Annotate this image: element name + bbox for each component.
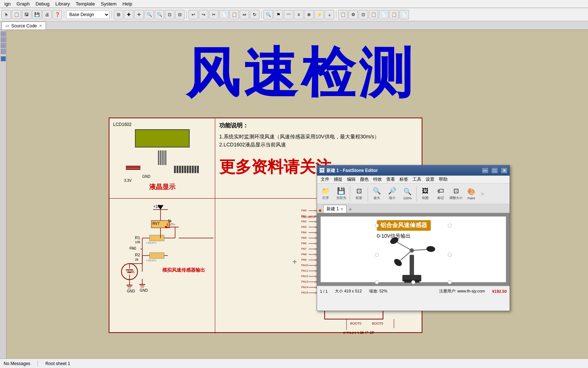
sidebar-tool-1[interactable]: ↑	[1, 31, 6, 37]
fs-tab-new1[interactable]: 新建 1 ✕	[323, 205, 347, 213]
svg-point-167	[448, 253, 452, 257]
fs-menu-view[interactable]: 查看	[384, 176, 397, 183]
toolbar-extra-1[interactable]: 📋	[338, 10, 348, 19]
fs-statusbar: 1 / 1 大小 419 x 512 缩放: 52% 注册用户: www.th-…	[317, 286, 510, 296]
toolbar-net[interactable]: ⊕	[304, 10, 314, 19]
toolbar-grid[interactable]: ⊞	[114, 10, 123, 19]
fs-btn-draw[interactable]: 🖼 绘图	[418, 185, 433, 203]
fs-image-canvas[interactable]: 铝合金风速传感器 0-10V信号输出	[317, 213, 510, 286]
fs-page-info: 1 / 1	[320, 289, 328, 294]
sensor-svg	[373, 222, 453, 284]
status-sheet: Root sheet 1	[45, 361, 70, 366]
sidebar-tool-4[interactable]: ←	[1, 49, 6, 54]
fs-zoomout-icon: 🔎	[388, 187, 396, 195]
fs-btn-tag[interactable]: 🏷 标记	[433, 185, 448, 203]
fs-btn-resize[interactable]: ⊡ 调整大小	[449, 185, 463, 203]
fs-btn-zoomin[interactable]: 🔍 放大	[370, 185, 384, 203]
fs-resize-label: 调整大小	[449, 196, 463, 200]
toolbar-redo[interactable]: ↪	[199, 10, 208, 19]
svg-rect-153	[410, 255, 414, 277]
toolbar-paste[interactable]: 📋	[229, 10, 239, 19]
fs-close-btn[interactable]: ✕	[501, 168, 507, 173]
lcd-3v3-label: 3.3V	[124, 179, 211, 183]
fs-size-info: 大小 419 x 512	[335, 288, 361, 294]
toolbar-extra-2[interactable]: ⚙	[348, 10, 358, 19]
fs-btn-zoomout[interactable]: 🔎 缩小	[385, 185, 399, 203]
menu-system[interactable]: System	[98, 0, 119, 7]
fs-btn-open[interactable]: 📁 打开	[318, 185, 333, 203]
fs-btn-paint[interactable]: 🎨 Paint	[464, 185, 479, 203]
toolbar-flag[interactable]: ⚑	[274, 10, 283, 19]
svg-text:R1: R1	[135, 235, 140, 240]
fs-user-info: 注册用户: www.th-sjy.com	[439, 288, 485, 294]
sidebar-tool-2[interactable]: →	[1, 37, 6, 42]
fs-tab-close-btn[interactable]: ✕	[340, 207, 343, 211]
fs-btn-zoom100[interactable]: 🔍 100%	[400, 185, 415, 203]
fs-tb-sep-2	[368, 187, 368, 201]
fs-maximize-btn[interactable]: □	[491, 168, 498, 173]
fs-btn-rect[interactable]: ⊡ 矩形	[352, 185, 366, 203]
fs-zoomin-icon: 🔍	[373, 187, 381, 195]
toolbar-rotate[interactable]: ↻	[250, 10, 259, 19]
toolbar-extra-4[interactable]: 📋	[369, 10, 378, 19]
menu-library[interactable]: Library	[53, 0, 73, 7]
svg-point-160	[426, 246, 435, 252]
toolbar-btn-3[interactable]: 🖫	[22, 10, 31, 19]
toolbar-zoom-m[interactable]: 🔍	[263, 10, 273, 19]
toolbar-bus[interactable]: ≡	[294, 10, 303, 19]
tab-close-btn[interactable]: ✕	[39, 24, 42, 28]
toolbar-cut[interactable]: ✂	[209, 10, 218, 19]
toolbar-btn-1[interactable]: 🖱	[1, 10, 11, 19]
fs-menu-edit[interactable]: 编辑	[345, 176, 358, 183]
menu-ign[interactable]: ign	[1, 0, 13, 7]
menu-graph[interactable]: Graph	[13, 0, 32, 7]
fs-menu-tools[interactable]: 工具	[410, 176, 423, 183]
fs-menu-help[interactable]: 帮助	[437, 176, 450, 183]
toolbar-copy[interactable]: 📄	[219, 10, 229, 19]
fs-menu-settings[interactable]: 设置	[423, 176, 437, 183]
toolbar-power[interactable]: ⚡	[314, 10, 324, 19]
fs-menu-tags[interactable]: 标签	[397, 176, 410, 183]
svg-point-169	[411, 280, 415, 284]
fs-btn-saveas[interactable]: 💾 另存为	[334, 185, 348, 203]
fs-minimize-btn[interactable]: —	[482, 168, 488, 173]
toolbar-wire[interactable]: 〰	[284, 10, 293, 19]
fs-menu-file[interactable]: 文件	[318, 176, 332, 183]
svg-text:GND: GND	[140, 288, 148, 292]
svg-text:BOOT0: BOOT0	[372, 322, 383, 325]
design-select[interactable]: Base Design	[66, 10, 110, 19]
toolbar-zoom-out[interactable]: 🔍	[155, 10, 164, 19]
toolbar-zoom-fit[interactable]: ⊡	[165, 10, 174, 19]
toolbar-zoom-in[interactable]: 🔍	[144, 10, 154, 19]
separator-4	[261, 11, 262, 19]
sidebar-tool-active[interactable]	[1, 56, 6, 61]
fs-menu-capture[interactable]: 捕捉	[332, 176, 345, 183]
toolbar-zoom-area[interactable]: ⊟	[175, 10, 185, 19]
fs-tab-bar: ◆ 新建 1 ✕ +	[317, 204, 510, 213]
toolbar-extra-5[interactable]: 📄	[379, 10, 388, 19]
tab-source-code[interactable]: 🗂 Source Code ✕	[1, 22, 46, 30]
menu-debug[interactable]: Debug	[33, 0, 53, 7]
fs-tab-add-btn[interactable]: +	[347, 206, 354, 213]
toolbar-mirror[interactable]: ⇔	[240, 10, 249, 19]
toolbar-extra-7[interactable]: 📄	[399, 10, 409, 19]
toolbar-move[interactable]: ✛	[134, 10, 144, 19]
toolbar-extra-6[interactable]: 📋	[389, 10, 399, 19]
fs-menu-effects[interactable]: 特效	[371, 176, 384, 183]
toolbar-gnd[interactable]: ⏚	[325, 10, 334, 19]
fs-menu-color[interactable]: 颜色	[358, 176, 371, 183]
svg-text:Volts: Volts	[127, 270, 135, 274]
toolbar-btn-print[interactable]: 🖨	[42, 10, 52, 19]
menu-template[interactable]: Template	[73, 0, 98, 7]
toolbar-btn-2[interactable]: 📋	[12, 10, 21, 19]
toolbar-btn-help[interactable]: ❓	[53, 10, 62, 19]
canvas-area[interactable]: 风速检测 LCD1602	[7, 30, 588, 359]
toolbar-add[interactable]: ✚	[124, 10, 134, 19]
separator-1	[64, 11, 64, 19]
toolbar-undo[interactable]: ↩	[189, 10, 198, 19]
toolbar-btn-4[interactable]: 💾	[32, 10, 42, 19]
toolbar-extra-3[interactable]: ⊡	[359, 10, 368, 19]
sidebar-tool-3[interactable]: ↓	[1, 43, 6, 48]
menu-help[interactable]: Help	[120, 0, 135, 7]
svg-text:STM32单片机: STM32单片机	[343, 331, 375, 334]
